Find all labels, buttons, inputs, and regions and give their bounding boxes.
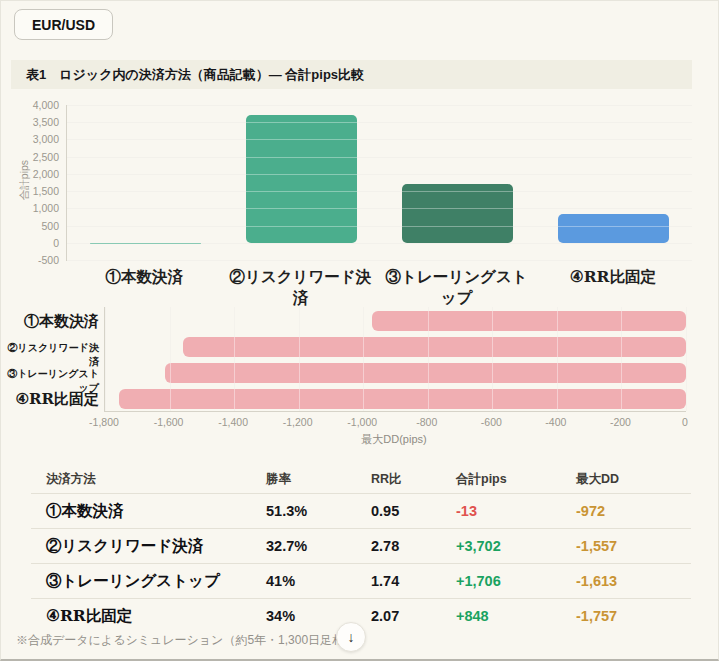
table-row: ①本数決済 51.3% 0.95 -13 -972: [31, 493, 691, 528]
category-label: ②リスクリワード決済: [222, 267, 378, 309]
gridline-overlay: [234, 307, 235, 411]
win-rate-cell: 51.3%: [251, 503, 356, 519]
chart-bar: [246, 115, 357, 243]
max-dd-cell: -1,613: [561, 573, 691, 589]
gridline-overlay: [67, 191, 692, 192]
gridline-overlay: [363, 307, 364, 411]
chart-bar: [183, 337, 686, 357]
x-tick-label: -1,800: [74, 416, 134, 428]
total-pips-cell: +848: [441, 608, 561, 624]
currency-pair-button[interactable]: EUR/USD: [14, 9, 113, 40]
x-tick-label: 0: [655, 416, 715, 428]
max-dd-cell: -972: [561, 503, 691, 519]
gridline-overlay: [170, 307, 171, 411]
gridline-overlay: [67, 243, 692, 244]
simulation-note: ※合成データによるシミュレーション（約5年・1,300日足相当）: [16, 632, 368, 649]
col-header-win-rate: 勝率: [251, 471, 356, 488]
table-title: 表1 ロジック内の決済方法（商品記載）— 合計pips比較: [11, 60, 692, 89]
max-dd-cell: -1,557: [561, 538, 691, 554]
method-cell: ②リスクリワード決済: [31, 536, 251, 557]
report-card: EUR/USD 表1 ロジック内の決済方法（商品記載）— 合計pips比較 合計…: [0, 0, 719, 661]
win-rate-cell: 34%: [251, 608, 356, 624]
col-header-method: 決済方法: [31, 471, 251, 488]
x-tick-label: -800: [397, 416, 457, 428]
gridline-overlay: [67, 105, 692, 106]
table-row: ②リスクリワード決済 32.7% 2.78 +3,702 -1,557: [31, 528, 691, 563]
chart-bar: [558, 214, 669, 243]
gridline-overlay: [67, 174, 692, 175]
x-tick-label: -1,400: [203, 416, 263, 428]
category-label: ①本数決済: [66, 267, 222, 288]
method-cell: ③トレーリングストップ: [31, 571, 251, 592]
chart-bar: [119, 389, 686, 409]
rr-cell: 2.07: [356, 608, 441, 624]
col-header-rr: RR比: [356, 471, 441, 488]
x-tick-label: -600: [461, 416, 521, 428]
table-row: ③トレーリングストップ 41% 1.74 +1,706 -1,613: [31, 563, 691, 598]
rr-cell: 2.78: [356, 538, 441, 554]
gridline-overlay: [105, 307, 106, 411]
y-axis-label: 合計pips: [18, 130, 32, 230]
total-pips-cell: +1,706: [441, 573, 561, 589]
win-rate-cell: 41%: [251, 573, 356, 589]
total-pips-plot-area: [66, 105, 692, 261]
gridline-overlay: [67, 157, 692, 158]
x-tick-label: -400: [526, 416, 586, 428]
col-header-total-pips: 合計pips: [441, 471, 561, 488]
gridline-overlay: [67, 122, 692, 123]
category-label: ④RR比固定: [535, 267, 691, 288]
rr-cell: 1.74: [356, 573, 441, 589]
x-axis-label: 最大DD(pips): [244, 432, 544, 447]
y-tick-label: -500: [19, 254, 59, 266]
gridline-overlay: [67, 260, 692, 261]
category-label: ③トレーリングストップ: [379, 267, 535, 309]
max-dd-plot-area: [104, 307, 686, 412]
down-arrow-icon: ↓: [348, 629, 355, 645]
gridline-overlay: [557, 307, 558, 411]
gridline-overlay: [67, 226, 692, 227]
col-header-max-dd: 最大DD: [561, 471, 691, 488]
x-tick-label: -200: [590, 416, 650, 428]
method-cell: ④RR比固定: [31, 606, 251, 627]
win-rate-cell: 32.7%: [251, 538, 356, 554]
total-pips-cell: +3,702: [441, 538, 561, 554]
table-header-row: 決済方法 勝率 RR比 合計pips 最大DD: [31, 466, 691, 493]
category-label: ③トレーリングストップ: [1, 367, 99, 395]
chart-bar: [372, 311, 686, 331]
x-tick-label: -1,600: [139, 416, 199, 428]
y-tick-label: 0: [19, 237, 59, 249]
category-label: ④RR比固定: [1, 390, 99, 409]
gridline-overlay: [67, 139, 692, 140]
chart-bar: [402, 184, 513, 243]
category-label: ②リスクリワード決済: [1, 341, 99, 369]
gridline-overlay: [686, 307, 687, 411]
x-tick-label: -1,200: [268, 416, 328, 428]
scroll-down-button[interactable]: ↓: [336, 622, 366, 652]
y-tick-label: 3,500: [19, 116, 59, 128]
y-tick-label: 4,000: [19, 99, 59, 111]
max-dd-cell: -1,757: [561, 608, 691, 624]
gridline-overlay: [299, 307, 300, 411]
results-table: 決済方法 勝率 RR比 合計pips 最大DD ①本数決済 51.3% 0.95…: [31, 466, 691, 633]
chart-bar: [165, 363, 686, 383]
x-tick-label: -1,000: [332, 416, 392, 428]
method-cell: ①本数決済: [31, 501, 251, 522]
gridline-overlay: [428, 307, 429, 411]
category-label: ①本数決済: [1, 312, 99, 331]
rr-cell: 0.95: [356, 503, 441, 519]
total-pips-cell: -13: [441, 503, 561, 519]
gridline-overlay: [621, 307, 622, 411]
gridline-overlay: [492, 307, 493, 411]
gridline-overlay: [67, 208, 692, 209]
